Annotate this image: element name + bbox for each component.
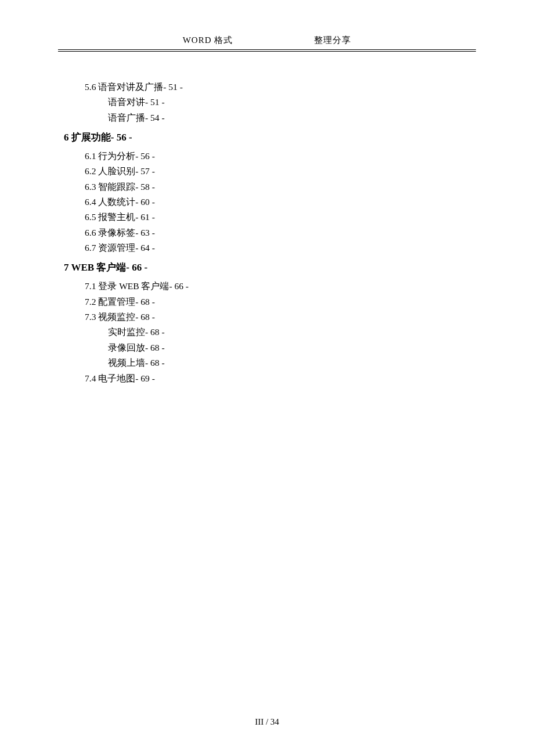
toc-entry: 6.5 报警主机- 61 - [85,210,476,225]
header-left: WORD 格式 [183,35,233,46]
page: WORD 格式 整理分享 5.6 语音对讲及广播- 51 - 语音对讲- 51 … [0,0,534,386]
header-right: 整理分享 [314,35,351,46]
toc-entry: 7.3 视频监控- 68 - [85,309,476,325]
toc-entry: 5.6 语音对讲及广播- 51 - [85,80,476,95]
toc-entry: 录像回放- 68 - [108,340,476,355]
toc-entry: 6.4 人数统计- 60 - [85,195,476,210]
header-rule [58,49,476,50]
toc-entry: 7.1 登录 WEB 客户端- 66 - [85,279,476,294]
toc-entry: 6.3 智能跟踪- 58 - [85,179,476,195]
toc-entry: 7.2 配置管理- 68 - [85,294,476,309]
page-footer: III / 34 [0,717,534,727]
toc-entry: 6.2 人脸识别- 57 - [85,164,476,179]
toc-entry: 6.7 资源管理- 64 - [85,240,476,255]
toc-entry: 7.4 电子地图- 69 - [85,371,476,386]
toc-entry: 实时监控- 68 - [108,325,476,340]
toc-content: 5.6 语音对讲及广播- 51 - 语音对讲- 51 - 语音广播- 54 - … [58,80,476,386]
toc-entry: 6.1 行为分析- 56 - [85,149,476,164]
page-header: WORD 格式 整理分享 [58,35,476,46]
header-rule [58,51,476,52]
toc-entry: 6.6 录像标签- 63 - [85,225,476,240]
toc-entry: 视频上墙- 68 - [108,355,476,370]
toc-heading: 7 WEB 客户端- 66 - [64,258,476,278]
toc-entry: 语音广播- 54 - [108,110,476,125]
toc-heading: 6 扩展功能- 56 - [64,128,476,147]
toc-entry: 语音对讲- 51 - [108,95,476,110]
